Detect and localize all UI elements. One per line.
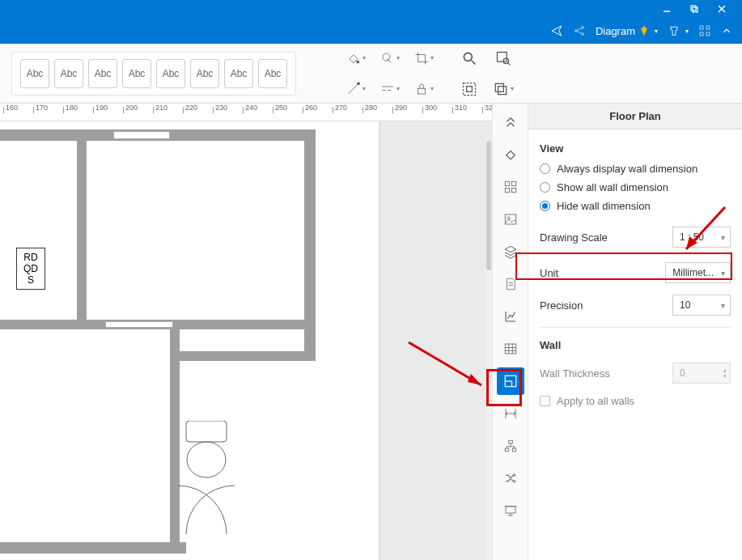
svg-rect-35 xyxy=(511,189,515,193)
svg-rect-30 xyxy=(186,421,227,442)
drawing-scale-row: Drawing Scale 1 : 50 xyxy=(540,223,731,251)
svg-point-21 xyxy=(464,53,472,61)
content-area: 160 170 180 190 200 210 220 230 240 250 … xyxy=(0,104,742,560)
precision-row: Precision 10 xyxy=(540,295,731,316)
right-tool-strip xyxy=(492,104,528,560)
restore-button[interactable] xyxy=(681,0,708,18)
diamond-icon xyxy=(638,25,650,36)
drawing-canvas[interactable]: RD QD S xyxy=(0,121,492,560)
apps-icon[interactable] xyxy=(698,24,711,37)
svg-rect-10 xyxy=(700,26,703,29)
svg-rect-32 xyxy=(505,181,509,185)
svg-rect-27 xyxy=(467,86,473,91)
svg-rect-58 xyxy=(506,507,515,513)
window-titlebar xyxy=(0,0,742,18)
radio-show-all[interactable]: Show all wall dimension xyxy=(540,181,731,193)
page: RD QD S xyxy=(0,121,379,560)
unit-label: Unit xyxy=(540,267,558,279)
svg-point-6 xyxy=(582,27,584,29)
svg-point-15 xyxy=(383,53,390,61)
canvas-column: 160 170 180 190 200 210 220 230 240 250 … xyxy=(0,104,492,560)
page-tool-icon[interactable] xyxy=(497,270,524,298)
image-tool-icon[interactable] xyxy=(497,206,524,233)
find-replace-icon[interactable] xyxy=(487,44,519,73)
wall-thickness-row: Wall Thickness 0 xyxy=(540,363,731,384)
floor-plan-tab-icon[interactable] xyxy=(497,367,524,395)
layers-icon[interactable]: ▾ xyxy=(487,74,519,104)
svg-rect-36 xyxy=(505,214,516,224)
svg-line-22 xyxy=(472,60,476,64)
table-tool-icon[interactable] xyxy=(497,335,524,363)
style-preset[interactable]: Abc xyxy=(20,59,49,88)
unit-dropdown[interactable]: Millimet... xyxy=(665,262,731,283)
dash-style-icon[interactable]: ▾ xyxy=(374,74,406,104)
send-icon[interactable] xyxy=(550,24,563,37)
svg-rect-52 xyxy=(505,448,509,452)
line-style-icon[interactable]: ▾ xyxy=(340,74,372,104)
svg-point-24 xyxy=(503,58,509,64)
shirt-icon[interactable]: ▾ xyxy=(668,24,689,37)
radio-always-display[interactable]: Always display wall dimension xyxy=(540,163,731,175)
search-icon[interactable] xyxy=(453,44,485,73)
diagram-menu-label: Diagram xyxy=(596,25,635,37)
view-section-heading: View xyxy=(540,142,731,155)
drawing-scale-dropdown[interactable]: 1 : 50 xyxy=(672,227,731,248)
precision-label: Precision xyxy=(540,299,583,312)
style-preset[interactable]: Abc xyxy=(122,59,151,88)
properties-panel: Floor Plan View Always display wall dime… xyxy=(528,104,742,560)
layers-tool-icon[interactable] xyxy=(497,238,524,265)
vertical-scrollbar[interactable] xyxy=(485,139,492,560)
svg-rect-29 xyxy=(498,86,507,94)
svg-rect-26 xyxy=(464,83,476,95)
unit-row: Unit Millimet... xyxy=(540,262,731,283)
shadow-icon[interactable]: ▾ xyxy=(374,44,406,73)
radio-hide[interactable]: Hide wall dimension xyxy=(540,200,731,212)
fill-bucket-icon[interactable]: ▾ xyxy=(340,44,372,73)
collapse-ribbon-icon[interactable] xyxy=(721,25,732,36)
style-preset[interactable]: Abc xyxy=(88,59,117,88)
diagram-menu[interactable]: Diagram ▾ xyxy=(596,25,658,37)
apply-all-walls-checkbox[interactable]: Apply to all walls xyxy=(540,395,731,407)
svg-rect-20 xyxy=(418,88,426,94)
present-tool-icon[interactable] xyxy=(497,497,524,524)
svg-line-9 xyxy=(577,32,581,34)
shuffle-tool-icon[interactable] xyxy=(497,465,524,492)
expand-panel-icon[interactable] xyxy=(497,108,524,136)
svg-rect-13 xyxy=(706,32,710,36)
style-preset[interactable]: Abc xyxy=(54,59,83,88)
share-icon[interactable] xyxy=(573,24,586,37)
svg-point-5 xyxy=(575,30,578,32)
svg-rect-23 xyxy=(498,52,507,62)
crop-icon[interactable]: ▾ xyxy=(408,44,440,73)
fill-tool-icon[interactable] xyxy=(497,141,524,168)
style-preset[interactable]: Abc xyxy=(224,59,253,88)
svg-rect-51 xyxy=(508,440,512,443)
grid-tool-icon[interactable] xyxy=(497,173,524,201)
select-all-icon[interactable] xyxy=(453,74,485,104)
dimension-tool-icon[interactable] xyxy=(497,400,524,427)
style-preset[interactable]: Abc xyxy=(258,59,287,88)
close-button[interactable] xyxy=(708,0,736,18)
chart-tool-icon[interactable] xyxy=(497,303,524,330)
style-preset[interactable]: Abc xyxy=(156,59,185,88)
svg-rect-1 xyxy=(691,6,696,11)
room-label[interactable]: RD QD S xyxy=(16,248,45,290)
svg-rect-40 xyxy=(505,344,516,354)
horizontal-ruler: 160 170 180 190 200 210 220 230 240 250 … xyxy=(0,104,492,121)
svg-line-8 xyxy=(577,28,581,31)
wall-thickness-spinner[interactable]: 0 xyxy=(672,363,731,384)
svg-line-25 xyxy=(508,62,511,65)
hierarchy-tool-icon[interactable] xyxy=(497,432,524,460)
shape-style-gallery[interactable]: Abc Abc Abc Abc Abc Abc Abc Abc xyxy=(11,52,296,95)
svg-rect-11 xyxy=(706,26,710,29)
drawing-scale-label: Drawing Scale xyxy=(540,231,608,244)
svg-rect-34 xyxy=(505,189,509,193)
lock-icon[interactable]: ▾ xyxy=(408,74,440,104)
minimize-button[interactable] xyxy=(653,0,681,18)
svg-point-7 xyxy=(582,33,584,36)
svg-rect-53 xyxy=(512,448,516,452)
svg-point-31 xyxy=(187,442,226,477)
precision-dropdown[interactable]: 10 xyxy=(672,295,731,316)
style-preset[interactable]: Abc xyxy=(190,59,219,88)
wall-thickness-label: Wall Thickness xyxy=(540,367,610,380)
